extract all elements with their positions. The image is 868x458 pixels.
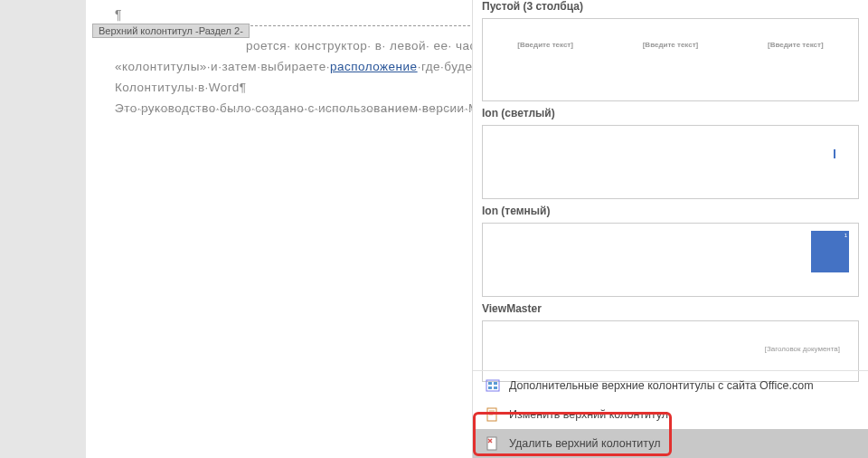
gallery-item-ion-dark[interactable]: Ion (темный) 1 — [473, 205, 868, 301]
office-online-icon — [486, 378, 500, 393]
header-gallery-panel: Пустой (3 столбца) [Введите текст] [Введ… — [472, 0, 868, 458]
gallery-item-label: Ion (светлый) — [482, 107, 859, 125]
gallery-preview — [482, 125, 859, 199]
menu-label: Дополнительные верхние колонтитулы с сай… — [509, 379, 814, 392]
placeholder-text: [Введите текст] — [768, 41, 824, 49]
gallery-item-label: Пустой (3 столбца) — [482, 0, 859, 18]
gallery-item-label: Ion (темный) — [482, 205, 859, 223]
document-delete-icon — [486, 436, 500, 451]
gallery-item-empty-3col[interactable]: Пустой (3 столбца) [Введите текст] [Введ… — [473, 0, 868, 105]
gallery-item-ion-light[interactable]: Ion (светлый) — [473, 107, 868, 203]
svg-rect-1 — [488, 382, 492, 385]
menu-label: Изменить верхний колонтитул — [509, 408, 668, 421]
gallery-preview: 1 — [482, 223, 859, 297]
gallery-menu-options: Дополнительные верхние колонтитулы с сай… — [473, 370, 868, 458]
header-section-tag: Верхний колонтитул -Раздел 2- — [92, 24, 250, 38]
menu-remove-header[interactable]: Удалить верхний колонтитул — [473, 429, 868, 458]
svg-rect-2 — [494, 382, 497, 385]
location-link[interactable]: расположение — [330, 60, 418, 73]
menu-more-online[interactable]: Дополнительные верхние колонтитулы с сай… — [473, 371, 868, 400]
menu-label: Удалить верхний колонтитул — [509, 437, 660, 450]
placeholder-text: [Заголовок документа] — [765, 345, 840, 353]
pilcrow-mark: ¶ — [115, 7, 122, 22]
gallery-preview: [Введите текст] [Введите текст] [Введите… — [482, 18, 859, 101]
svg-rect-4 — [494, 386, 497, 389]
menu-edit-header[interactable]: Изменить верхний колонтитул — [473, 400, 868, 429]
gallery-item-label: ViewMaster — [482, 302, 859, 320]
document-edit-icon — [486, 407, 500, 422]
placeholder-text: [Введите текст] — [517, 41, 573, 49]
svg-rect-3 — [488, 386, 492, 389]
svg-rect-0 — [486, 380, 499, 391]
placeholder-text: [Введите текст] — [643, 41, 699, 49]
